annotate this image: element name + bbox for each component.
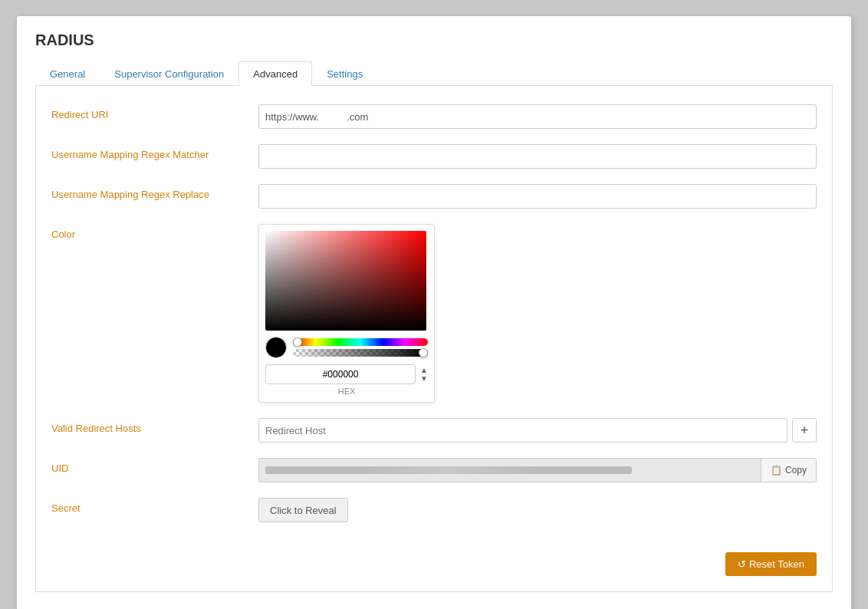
color-arrow-up[interactable]: ▲: [420, 367, 428, 374]
color-preview-swatch: [265, 337, 287, 358]
color-hex-input[interactable]: [265, 364, 416, 384]
color-gradient-area[interactable]: [265, 231, 426, 331]
redirect-host-input[interactable]: [258, 418, 787, 443]
reveal-label: Click to Reveal: [270, 505, 337, 516]
tab-bar: General Supervisor Configuration Advance…: [35, 61, 833, 86]
username-regex-replace-wrap: [258, 184, 817, 209]
reset-token-label: ↺ Reset Token: [738, 558, 804, 570]
uid-label: UID: [51, 458, 258, 474]
color-arrows: ▲ ▼: [420, 367, 428, 383]
copy-label: Copy: [785, 465, 807, 476]
page-title: RADIUS: [35, 31, 833, 49]
hue-slider[interactable]: [293, 338, 428, 346]
valid-redirect-hosts-label: Valid Redirect Hosts: [51, 418, 258, 434]
color-controls: [265, 337, 428, 358]
add-redirect-host-button[interactable]: +: [792, 418, 817, 443]
color-arrow-down[interactable]: ▼: [420, 375, 428, 383]
color-picker[interactable]: ▲ ▼ HEX: [258, 224, 435, 403]
color-row: Color: [51, 224, 817, 403]
username-regex-matcher-row: Username Mapping Regex Matcher: [51, 144, 817, 169]
color-hex-label: HEX: [265, 387, 428, 396]
secret-label: Secret: [51, 498, 258, 514]
tab-general[interactable]: General: [35, 61, 100, 86]
app-window: RADIUS General Supervisor Configuration …: [16, 15, 852, 609]
secret-row: Secret Click to Reveal: [51, 498, 817, 522]
tab-settings[interactable]: Settings: [312, 61, 377, 86]
color-hex-row: ▲ ▼: [265, 364, 428, 384]
sliders-wrap: [293, 338, 428, 357]
username-regex-matcher-label: Username Mapping Regex Matcher: [51, 144, 258, 160]
copy-uid-button[interactable]: 📋 Copy: [761, 458, 817, 482]
tab-advanced[interactable]: Advanced: [238, 61, 312, 86]
username-regex-replace-label: Username Mapping Regex Replace: [51, 184, 258, 200]
alpha-slider-thumb: [419, 348, 428, 357]
copy-icon: 📋: [771, 465, 782, 476]
color-label: Color: [51, 224, 258, 240]
redirect-uri-label: Redirect URI: [51, 104, 258, 120]
content-area: Redirect URI Username Mapping Regex Matc…: [35, 86, 833, 592]
reset-token-button[interactable]: ↺ Reset Token: [725, 552, 817, 576]
color-picker-wrap: ▲ ▼ HEX: [258, 224, 817, 403]
username-regex-matcher-wrap: [258, 144, 817, 169]
reveal-secret-button[interactable]: Click to Reveal: [258, 498, 348, 522]
uid-value: [258, 458, 761, 482]
uid-wrap: 📋 Copy: [258, 458, 817, 482]
tab-supervisor[interactable]: Supervisor Configuration: [100, 61, 238, 86]
redirect-uri-input[interactable]: [258, 104, 817, 129]
username-regex-replace-input[interactable]: [258, 184, 817, 209]
uid-field-row: 📋 Copy: [258, 458, 817, 482]
valid-redirect-hosts-row: Valid Redirect Hosts +: [51, 418, 817, 443]
valid-redirect-hosts-wrap: +: [258, 418, 817, 443]
uid-row: UID 📋 Copy: [51, 458, 817, 482]
redirect-uri-wrap: [258, 104, 817, 129]
username-regex-matcher-input[interactable]: [258, 144, 817, 169]
redirect-uri-row: Redirect URI: [51, 104, 817, 129]
redirect-host-row: +: [258, 418, 817, 443]
alpha-slider[interactable]: [293, 349, 428, 357]
hue-slider-thumb: [293, 337, 302, 347]
username-regex-replace-row: Username Mapping Regex Replace: [51, 184, 817, 209]
uid-blurred-value: [265, 466, 632, 474]
secret-wrap: Click to Reveal: [258, 498, 817, 522]
